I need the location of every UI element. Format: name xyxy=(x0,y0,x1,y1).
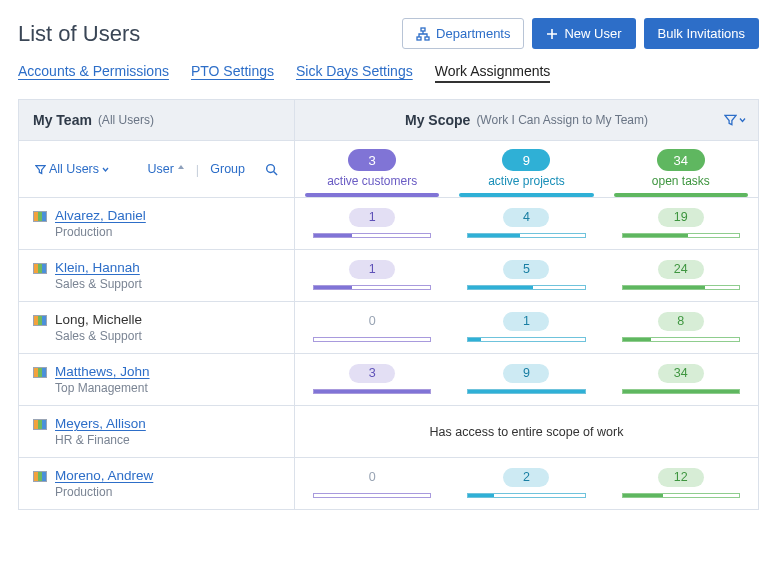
metric-tasks[interactable]: 19 xyxy=(604,200,758,248)
user-permissions-icon xyxy=(33,315,47,326)
user-department: HR & Finance xyxy=(55,433,146,447)
all-users-label: All Users xyxy=(49,162,99,176)
sort-user-button[interactable]: User xyxy=(143,160,188,178)
metric-customers[interactable]: 0 xyxy=(295,460,449,508)
customers-label: active customers xyxy=(327,174,417,188)
user-cell: Meyers, AllisonHR & Finance xyxy=(19,406,295,457)
tabs: Accounts & PermissionsPTO SettingsSick D… xyxy=(18,63,759,83)
metric-projects[interactable]: 5 xyxy=(449,252,603,300)
tab-sick-days-settings[interactable]: Sick Days Settings xyxy=(296,63,413,83)
tasks-bar xyxy=(614,193,748,197)
metric-projects[interactable]: 2 xyxy=(449,460,603,508)
customers-bar xyxy=(305,193,439,197)
metric-bar xyxy=(467,389,585,394)
metric-customers[interactable]: 3 xyxy=(295,356,449,404)
metric-value: 0 xyxy=(349,312,395,331)
user-department: Production xyxy=(55,225,146,239)
page-title: List of Users xyxy=(18,21,140,47)
metric-value: 8 xyxy=(658,312,704,331)
user-cell: Alvarez, DanielProduction xyxy=(19,198,295,249)
tab-work-assignments[interactable]: Work Assignments xyxy=(435,63,551,83)
sort-group-label: Group xyxy=(210,162,245,176)
header-buttons: Departments New User Bulk Invitations xyxy=(402,18,759,49)
projects-count-pill: 9 xyxy=(502,149,550,171)
sort-user-label: User xyxy=(147,162,173,176)
summary-projects[interactable]: 9 active projects xyxy=(449,141,603,197)
metric-tasks[interactable]: 34 xyxy=(604,356,758,404)
org-chart-icon xyxy=(416,27,430,41)
my-team-header: My Team (All Users) xyxy=(19,100,295,140)
user-name-link[interactable]: Moreno, Andrew xyxy=(55,468,153,483)
funnel-icon xyxy=(35,164,46,175)
summary-tasks[interactable]: 34 open tasks xyxy=(604,141,758,197)
user-name-link[interactable]: Alvarez, Daniel xyxy=(55,208,146,223)
metric-customers[interactable]: 0 xyxy=(295,304,449,352)
metric-bar xyxy=(313,233,431,238)
user-row: Meyers, AllisonHR & FinanceHas access to… xyxy=(19,406,758,458)
departments-button[interactable]: Departments xyxy=(402,18,524,49)
user-name-link[interactable]: Klein, Hannah xyxy=(55,260,142,275)
user-name-link[interactable]: Matthews, John xyxy=(55,364,150,379)
svg-rect-2 xyxy=(425,37,429,40)
my-team-title: My Team xyxy=(33,112,92,128)
user-row: Moreno, AndrewProduction0212 xyxy=(19,458,758,510)
metric-bar xyxy=(467,233,585,238)
metric-tasks[interactable]: 24 xyxy=(604,252,758,300)
metric-projects[interactable]: 9 xyxy=(449,356,603,404)
user-department: Production xyxy=(55,485,153,499)
metric-value: 1 xyxy=(349,208,395,227)
new-user-button-label: New User xyxy=(564,26,621,41)
user-row: Long, MichelleSales & Support018 xyxy=(19,302,758,354)
new-user-button[interactable]: New User xyxy=(532,18,635,49)
metric-projects[interactable]: 4 xyxy=(449,200,603,248)
metric-value: 34 xyxy=(658,364,704,383)
user-rows: Alvarez, DanielProduction1419Klein, Hann… xyxy=(19,198,758,510)
my-scope-title: My Scope xyxy=(405,112,470,128)
metric-value: 9 xyxy=(503,364,549,383)
bulk-invitations-button[interactable]: Bulk Invitations xyxy=(644,18,759,49)
metric-bar xyxy=(313,493,431,498)
user-cell: Moreno, AndrewProduction xyxy=(19,458,295,509)
toolbar-divider: | xyxy=(196,162,199,177)
user-name-link[interactable]: Meyers, Allison xyxy=(55,416,146,431)
chevron-down-icon xyxy=(739,117,746,124)
search-button[interactable] xyxy=(261,161,282,178)
metric-customers[interactable]: 1 xyxy=(295,200,449,248)
user-row: Klein, HannahSales & Support1524 xyxy=(19,250,758,302)
metric-bar xyxy=(313,389,431,394)
my-scope-header: My Scope (Work I Can Assign to My Team) xyxy=(295,100,758,140)
full-access-note: Has access to entire scope of work xyxy=(295,407,758,457)
user-cell: Klein, HannahSales & Support xyxy=(19,250,295,301)
metric-customers[interactable]: 1 xyxy=(295,252,449,300)
sort-group-button[interactable]: Group xyxy=(206,160,249,178)
user-metrics: 0212 xyxy=(295,458,758,509)
user-row: Matthews, JohnTop Management3934 xyxy=(19,354,758,406)
user-permissions-icon xyxy=(33,419,47,430)
user-name-link: Long, Michelle xyxy=(55,312,142,327)
metric-tasks[interactable]: 12 xyxy=(604,460,758,508)
tasks-label: open tasks xyxy=(652,174,710,188)
tab-accounts-permissions[interactable]: Accounts & Permissions xyxy=(18,63,169,83)
metric-bar xyxy=(313,337,431,342)
metric-tasks[interactable]: 8 xyxy=(604,304,758,352)
metric-bar xyxy=(622,285,740,290)
user-cell: Matthews, JohnTop Management xyxy=(19,354,295,405)
metric-value: 0 xyxy=(349,468,395,487)
tab-pto-settings[interactable]: PTO Settings xyxy=(191,63,274,83)
projects-label: active projects xyxy=(488,174,565,188)
svg-point-3 xyxy=(267,164,275,172)
assignments-grid: My Team (All Users) My Scope (Work I Can… xyxy=(18,99,759,510)
scope-filter-button[interactable] xyxy=(724,114,746,127)
user-permissions-icon xyxy=(33,211,47,222)
departments-button-label: Departments xyxy=(436,26,510,41)
metric-value: 1 xyxy=(503,312,549,331)
metric-bar xyxy=(622,493,740,498)
summary-customers[interactable]: 3 active customers xyxy=(295,141,449,197)
team-toolbar: All Users User | Group xyxy=(19,141,295,197)
user-metrics: 3934 xyxy=(295,354,758,405)
all-users-filter[interactable]: All Users xyxy=(31,160,113,178)
sort-icon xyxy=(177,165,185,174)
search-icon xyxy=(265,163,278,176)
metric-projects[interactable]: 1 xyxy=(449,304,603,352)
summary-row: 3 active customers 9 active projects 34 … xyxy=(295,141,758,197)
